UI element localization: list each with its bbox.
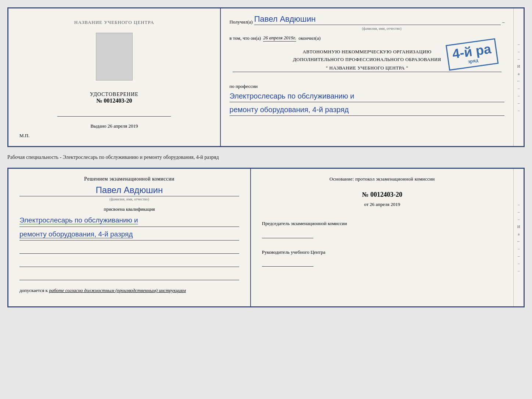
mp-label: М.П.: [19, 133, 29, 139]
right-edge-top: – – – И а ← – – – –: [513, 8, 524, 146]
org-line1: АВТОНОМНУЮ НЕКОММЕРЧЕСКУЮ ОРГАНИЗАЦИЮ: [233, 48, 502, 56]
ot-label: от: [364, 202, 369, 207]
blank-line-3: [19, 271, 239, 280]
signature-line: [57, 108, 171, 117]
prisvoena-label: присвоена квалификация: [19, 206, 239, 212]
rukovoditel-block: Руководитель учебного Центра: [262, 249, 503, 267]
edge-b-dash3: –: [518, 217, 520, 221]
separator-text: Рабочая специальность - Электрослесарь п…: [7, 152, 525, 163]
poluchil-line: Получил(а) Павел Авдюшин –: [230, 14, 505, 25]
edge-b-dash6: –: [518, 261, 520, 266]
edge-arrow: ←: [517, 79, 521, 83]
edge-dash5: –: [518, 93, 520, 98]
protocol-number: № 0012403-20: [262, 191, 503, 199]
top-document: НАЗВАНИЕ УЧЕБНОГО ЦЕНТРА УДОСТОВЕРЕНИЕ №…: [7, 7, 525, 147]
edge-b-dash7: –: [518, 268, 520, 273]
top-doc-right: Получил(а) Павел Авдюшин – (фамилия, имя…: [221, 8, 514, 146]
poluchil-name: Павел Авдюшин: [254, 14, 501, 25]
predsedatel-label: Председатель экзаменационной комиссии: [262, 220, 503, 227]
edge-dash3: –: [518, 57, 520, 61]
right-edge-bottom: – – – И а ← – – – –: [513, 169, 524, 306]
edge-dash1: –: [518, 42, 520, 46]
blank-line-1: [19, 245, 239, 254]
vtom-label: в том, что он(а): [230, 35, 261, 41]
edge-b-dash2: –: [518, 210, 520, 214]
qualification-line1: Электрослесарь по обслуживанию и: [19, 215, 239, 227]
profession-line1: Электрослесарь по обслуживанию и: [230, 91, 505, 102]
udostoverenie-block: УДОСТОВЕРЕНИЕ № 0012403-20: [90, 92, 139, 104]
vydano-date: 26 апреля 2019: [108, 123, 138, 129]
org-line2: ДОПОЛНИТЕЛЬНОГО ПРОФЕССИОНАЛЬНОГО ОБРАЗО…: [233, 56, 502, 64]
bottom-document: Решением экзаменационной комиссии Павел …: [7, 168, 525, 307]
vtom-date: 26 апреля 2019г.: [263, 35, 296, 42]
qualification-line2: ремонту оборудования, 4-й разряд: [19, 229, 239, 241]
udostoverenie-number: № 0012403-20: [90, 97, 139, 104]
ot-date-value: 26 апреля 2019: [370, 202, 400, 207]
poluchil-label: Получил(а): [230, 19, 253, 25]
rukovoditel-signature-line: [262, 258, 313, 267]
bottom-doc-left: Решением экзаменационной комиссии Павел …: [8, 169, 251, 306]
po-professii-label: по профессии: [230, 83, 505, 89]
edge-dash6: –: [518, 101, 520, 105]
predsedatel-block: Председатель экзаменационной комиссии: [262, 220, 503, 238]
photo-placeholder: [96, 33, 133, 81]
vydano-block: Выдано 26 апреля 2019: [90, 123, 138, 129]
edge-b-a: а: [518, 232, 520, 236]
bottom-doc-right: Основание: протокол экзаменационной коми…: [251, 169, 514, 306]
ot-date: от 26 апреля 2019: [262, 202, 503, 207]
udostoverenie-label: УДОСТОВЕРЕНИЕ: [90, 92, 139, 97]
edge-dash2: –: [518, 49, 520, 54]
top-doc-left: НАЗВАНИЕ УЧЕБНОГО ЦЕНТРА УДОСТОВЕРЕНИЕ №…: [8, 8, 221, 146]
page-wrapper: НАЗВАНИЕ УЧЕБНОГО ЦЕНТРА УДОСТОВЕРЕНИЕ №…: [7, 7, 525, 307]
org-name: " НАЗВАНИЕ УЧЕБНОГО ЦЕНТРА ": [233, 65, 502, 72]
vtom-line: в том, что он(а) 26 апреля 2019г. окончи…: [230, 35, 505, 42]
dopuskaetsya-value: работе согласно должностным (производств…: [49, 288, 186, 293]
osnovanie-title: Основание: протокол экзаменационной коми…: [262, 176, 503, 182]
blank-line-2: [19, 258, 239, 267]
edge-b-dash5: –: [518, 254, 520, 258]
dopuskaetsya-block: допускается к работе согласно должностны…: [19, 288, 239, 293]
profession-line2: ремонту оборудования, 4-й разряд: [230, 104, 505, 116]
edge-dash7: –: [518, 108, 520, 113]
predsedatel-signature-line: [262, 229, 313, 238]
okonchil-label: окончил(а): [298, 35, 320, 41]
bottom-name: Павел Авдюшин: [19, 185, 239, 196]
vydano-label: Выдано: [90, 123, 106, 129]
edge-b-arrow: ←: [517, 239, 521, 243]
fio-subtitle-top: (фамилия, имя, отчество): [259, 26, 505, 31]
edge-b-i: И: [517, 224, 520, 229]
poluchil-dash: –: [502, 19, 505, 25]
dopuskaetsya-label: допускается к: [19, 288, 48, 293]
edge-b-dash1: –: [518, 202, 520, 207]
edge-dash4: –: [518, 86, 520, 90]
top-left-title: НАЗВАНИЕ УЧЕБНОГО ЦЕНТРА: [74, 19, 154, 25]
fio-subtitle-bottom: (фамилия, имя, отчество): [19, 197, 239, 201]
resheniem-title: Решением экзаменационной комиссии: [19, 176, 239, 182]
edge-i: И: [517, 64, 520, 68]
rukovoditel-label: Руководитель учебного Центра: [262, 249, 503, 256]
stamp-area: 4-й ра зряд АВТОНОМНУЮ НЕКОММЕРЧЕСКУЮ ОР…: [230, 45, 505, 78]
edge-a: а: [518, 71, 520, 76]
edge-b-dash4: –: [518, 246, 520, 251]
